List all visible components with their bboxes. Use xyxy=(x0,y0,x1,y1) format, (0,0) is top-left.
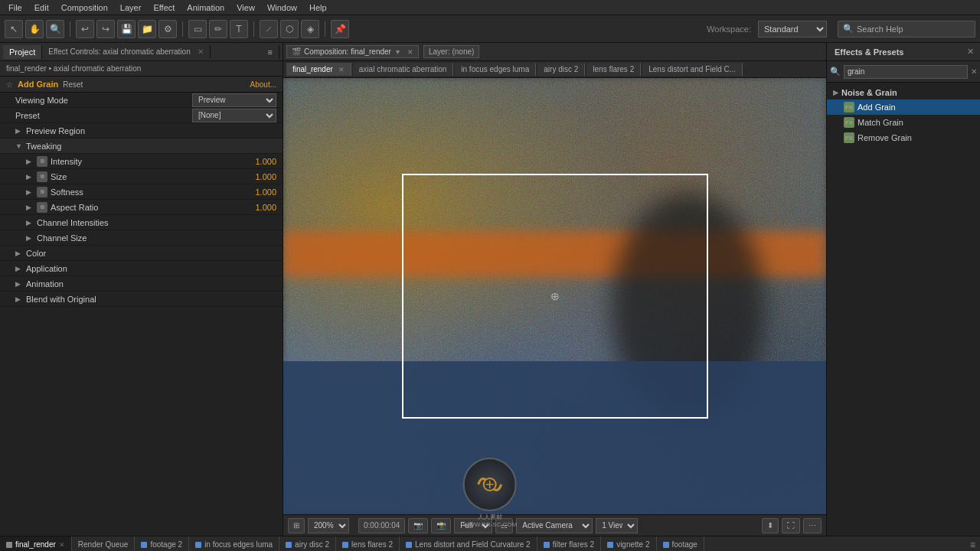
tl-tab-lensflares2[interactable]: lens flares 2 xyxy=(336,536,400,551)
viewer-fullscreen-btn[interactable]: ⛶ xyxy=(782,518,800,533)
effect-reset-btn[interactable]: Reset xyxy=(63,80,83,89)
viewer-grid-btn[interactable]: ⊞ xyxy=(288,518,305,533)
comp-tab-arrow[interactable]: ▼ xyxy=(394,48,401,56)
menu-help[interactable]: Help xyxy=(304,2,332,14)
comp-tab-close-icon[interactable]: ✕ xyxy=(407,48,413,56)
ep-category-noise-grain[interactable]: ▶ Noise & Grain xyxy=(827,86,980,99)
menu-composition[interactable]: Composition xyxy=(56,2,113,14)
subtab-lensflares[interactable]: lens flares 2 xyxy=(586,63,641,76)
match-grain-icon: FX xyxy=(844,117,854,128)
ep-search-clear[interactable]: ✕ xyxy=(971,67,977,76)
subtab-airy[interactable]: airy disc 2 xyxy=(537,63,585,76)
size-value[interactable]: 1.000 xyxy=(246,172,276,181)
viewer-export-btn[interactable]: ⬍ xyxy=(762,518,779,533)
pen-tool[interactable]: ✏ xyxy=(209,20,227,38)
redo-btn[interactable]: ↪ xyxy=(96,20,115,38)
toolbar: ↖ ✋ 🔍 ↩ ↪ 💾 📁 ⚙ ▭ ✏ T ⟋ ⬡ ◈ 📌 Workspace:… xyxy=(0,15,980,43)
ep-item-match-grain[interactable]: FX Match Grain xyxy=(827,115,980,130)
intensity-triangle[interactable]: ▶ xyxy=(26,158,34,165)
workspace-dropdown[interactable]: Standard xyxy=(758,21,827,37)
menu-animation[interactable]: Animation xyxy=(181,2,230,14)
app-triangle[interactable]: ▶ xyxy=(15,265,23,272)
shape-rect[interactable]: ▭ xyxy=(188,20,207,38)
anim-triangle[interactable]: ▶ xyxy=(15,280,23,288)
center-panel: 🎬 Composition: final_render ▼ ✕ Layer: (… xyxy=(283,43,827,536)
subtab-fr-close[interactable]: ✕ xyxy=(338,66,345,73)
text-tool[interactable]: T xyxy=(230,20,248,38)
subtab-final-render[interactable]: final_render ✕ xyxy=(286,63,351,76)
mask-tool[interactable]: ⬡ xyxy=(280,20,299,38)
tl-tab-lensdistort2[interactable]: Lens distort and Field Curvature 2 xyxy=(400,536,537,551)
import-btn[interactable]: 📁 xyxy=(138,20,156,38)
comp-viewer[interactable]: ⊕ xyxy=(283,78,826,514)
effect-about-btn[interactable]: About... xyxy=(250,80,276,89)
tl-tab-more-btn[interactable]: ≡ xyxy=(965,538,980,552)
color-triangle[interactable]: ▶ xyxy=(15,249,23,257)
puppet-tool[interactable]: 📌 xyxy=(331,20,349,38)
tl-tab-vignette2[interactable]: vignette 2 xyxy=(601,536,656,551)
camera-dropdown[interactable]: Active Camera xyxy=(516,518,593,533)
ep-item-add-grain[interactable]: FX Add Grain xyxy=(827,99,980,115)
viewer-controls: ⊞ 200% 100% 50% 0:00:00:04 📷 📸 Full Half… xyxy=(283,514,826,536)
subtab-infocus[interactable]: in focus edges luma xyxy=(455,63,536,76)
menu-window[interactable]: Window xyxy=(262,2,302,14)
menu-edit[interactable]: Edit xyxy=(29,2,54,14)
ec-tab-close[interactable]: ✕ xyxy=(198,47,204,56)
quality-dropdown[interactable]: Full Half xyxy=(454,518,492,533)
tl-tab-infocus[interactable]: in focus edges luma xyxy=(189,536,279,551)
view-dropdown[interactable]: 1 View xyxy=(596,518,638,533)
softness-triangle[interactable]: ▶ xyxy=(26,188,34,196)
panel-menu-btn[interactable]: ≡ xyxy=(262,45,279,59)
blend-triangle[interactable]: ▶ xyxy=(15,295,23,303)
viewer-grid-overlay-btn[interactable]: ⚏ xyxy=(495,518,513,533)
menu-file[interactable]: File xyxy=(3,2,28,14)
comp-frame: ⊕ xyxy=(402,174,708,419)
viewer-snapshot-btn[interactable]: 📸 xyxy=(431,518,451,533)
tl-tab-render-queue[interactable]: Render Queue xyxy=(72,536,136,551)
tab-effect-controls[interactable]: Effect Controls: axial chromatic aberrat… xyxy=(42,45,210,58)
ep-panel-close[interactable]: ✕ xyxy=(964,45,977,58)
preset-select[interactable]: [None] xyxy=(192,109,276,122)
menu-effect[interactable]: Effect xyxy=(148,2,180,14)
size-triangle[interactable]: ▶ xyxy=(26,173,34,181)
save-btn[interactable]: 💾 xyxy=(117,20,136,38)
tl-tab-footage2[interactable]: footage 2 xyxy=(135,536,189,551)
viewing-mode-select[interactable]: Preview xyxy=(192,93,276,107)
undo-btn[interactable]: ↩ xyxy=(76,20,94,38)
paint-tool[interactable]: ◈ xyxy=(301,20,319,38)
application-row: ▶ Application xyxy=(0,261,283,276)
tl-tab-filterflares2[interactable]: filter flares 2 xyxy=(537,536,601,551)
comp-tabs-bar: 🎬 Composition: final_render ▼ ✕ Layer: (… xyxy=(283,43,826,61)
intensity-value[interactable]: 1.000 xyxy=(246,157,276,166)
menu-layer[interactable]: Layer xyxy=(115,2,147,14)
tl-tab-fr-close[interactable]: ✕ xyxy=(59,541,65,549)
tl-tab-fr-dot xyxy=(6,542,12,548)
cs-triangle[interactable]: ▶ xyxy=(26,234,34,242)
subtab-axial[interactable]: axial chromatic aberration xyxy=(353,63,454,76)
viewer-camera-icon[interactable]: 📷 xyxy=(408,518,428,533)
tweaking-triangle[interactable]: ▼ xyxy=(15,142,23,150)
tab-project[interactable]: Project xyxy=(3,45,42,59)
viewer-timecode[interactable]: 0:00:00:04 xyxy=(358,518,405,533)
path-tool[interactable]: ⟋ xyxy=(260,20,278,38)
tl-tab-footage[interactable]: footage xyxy=(657,536,704,551)
softness-value[interactable]: 1.000 xyxy=(246,187,276,197)
tl-tab-airy-disc2[interactable]: airy disc 2 xyxy=(279,536,336,551)
preview-region-triangle[interactable]: ▶ xyxy=(15,127,23,135)
hand-tool[interactable]: ✋ xyxy=(25,20,44,38)
ci-triangle[interactable]: ▶ xyxy=(26,219,34,227)
ep-item-remove-grain[interactable]: FX Remove Grain xyxy=(827,130,980,145)
aspect-ratio-value[interactable]: 1.000 xyxy=(246,203,276,212)
render-btn[interactable]: ⚙ xyxy=(158,20,177,38)
tl-tab-final-render[interactable]: final_render ✕ xyxy=(0,536,72,551)
search-help-input[interactable] xyxy=(857,24,970,34)
zoom-tool[interactable]: 🔍 xyxy=(46,20,64,38)
remove-grain-icon: FX xyxy=(844,132,854,143)
aspect-ratio-triangle[interactable]: ▶ xyxy=(26,204,34,211)
menu-view[interactable]: View xyxy=(231,2,260,14)
ep-search-input[interactable] xyxy=(844,65,968,79)
subtab-lensdistort[interactable]: Lens distort and Field C... xyxy=(642,63,743,76)
viewer-more-btn[interactable]: ⋯ xyxy=(803,518,822,533)
zoom-dropdown[interactable]: 200% 100% 50% xyxy=(308,518,349,533)
select-tool[interactable]: ↖ xyxy=(5,20,23,38)
